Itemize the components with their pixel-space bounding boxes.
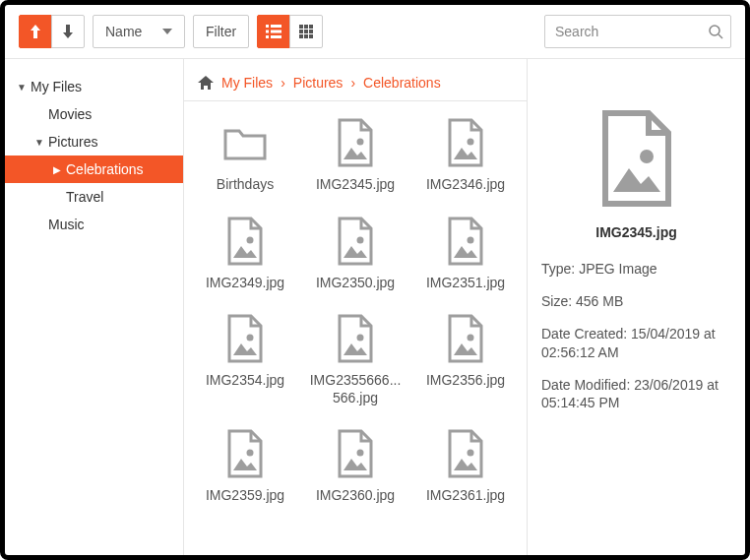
tree-item-celebrations[interactable]: ▶ Celebrations: [5, 156, 183, 183]
svg-point-28: [640, 150, 654, 163]
file-manager-window: Name Filter: [0, 0, 750, 560]
image-file-icon: [333, 115, 378, 170]
image-file-icon: [333, 311, 378, 366]
tree-label: Celebrations: [66, 161, 154, 177]
caret-right-icon: ▶: [48, 164, 66, 175]
svg-rect-4: [266, 35, 269, 38]
image-file-icon: [443, 214, 488, 269]
file-item[interactable]: IMG2351.jpg: [414, 214, 517, 292]
breadcrumb-item[interactable]: Pictures: [293, 75, 344, 91]
svg-point-24: [468, 335, 474, 342]
caret-down-icon: ▼: [31, 137, 48, 148]
svg-rect-3: [271, 31, 281, 33]
tree-label: Pictures: [48, 134, 108, 150]
svg-rect-9: [299, 30, 303, 33]
file-item[interactable]: IMG2360.jpg: [304, 426, 406, 505]
sort-direction-group: [19, 15, 85, 48]
chevron-down-icon: [162, 29, 172, 34]
svg-point-20: [357, 236, 364, 243]
file-item[interactable]: IMG2354.jpg: [194, 311, 296, 406]
file-item[interactable]: IMG2355666...566.jpg: [304, 311, 406, 406]
svg-rect-6: [299, 25, 303, 29]
tree-item-pictures[interactable]: ▼ Pictures: [5, 128, 183, 156]
svg-point-23: [357, 335, 364, 342]
tree-item-movies[interactable]: Movies: [5, 100, 183, 128]
arrow-up-icon: [30, 25, 41, 38]
view-list-button[interactable]: [257, 15, 290, 48]
caret-down-icon: ▼: [13, 82, 31, 93]
file-item[interactable]: IMG2346.jpg: [414, 115, 517, 194]
svg-rect-11: [309, 30, 313, 33]
svg-point-15: [710, 26, 719, 35]
file-name: IMG2350.jpg: [316, 275, 395, 292]
arrow-down-icon: [62, 25, 74, 38]
details-filename: IMG2345.jpg: [541, 224, 731, 240]
folder-item[interactable]: Birthdays: [194, 115, 296, 194]
tree-label: Music: [48, 217, 94, 232]
view-mode-group: [257, 15, 323, 48]
svg-rect-13: [304, 34, 308, 38]
details-type: Type: JPEG Image: [541, 260, 731, 279]
details-modified: Date Modified: 23/06/2019 at 05:14:45 PM: [541, 376, 731, 413]
preview-thumbnail: [593, 104, 681, 213]
sort-field-dropdown[interactable]: Name: [93, 15, 185, 48]
file-grid-scroll[interactable]: BirthdaysIMG2345.jpgIMG2346.jpgIMG2349.j…: [184, 101, 527, 555]
file-name: IMG2355666...566.jpg: [306, 372, 405, 406]
image-file-icon: [222, 426, 268, 481]
tree-label: Movies: [48, 106, 101, 122]
search-input[interactable]: [544, 15, 731, 48]
svg-rect-2: [266, 31, 269, 33]
breadcrumb-item[interactable]: Celebrations: [363, 75, 441, 91]
file-item[interactable]: IMG2349.jpg: [194, 214, 296, 292]
tree-item-music[interactable]: Music: [5, 211, 183, 238]
svg-rect-5: [271, 35, 281, 38]
file-name: IMG2346.jpg: [426, 176, 505, 194]
svg-line-16: [719, 34, 722, 38]
svg-rect-12: [299, 34, 303, 38]
chevron-right-icon: ›: [350, 75, 355, 91]
file-name: IMG2359.jpg: [206, 487, 284, 505]
search-icon: [708, 24, 723, 39]
sort-desc-button[interactable]: [51, 15, 85, 48]
sort-asc-button[interactable]: [19, 15, 52, 48]
svg-rect-0: [266, 25, 269, 28]
tree-item-travel[interactable]: Travel: [5, 183, 183, 211]
toolbar: Name Filter: [5, 5, 745, 59]
file-name: IMG2345.jpg: [316, 176, 395, 194]
file-name: Birthdays: [217, 176, 274, 194]
file-item[interactable]: IMG2359.jpg: [194, 426, 296, 505]
file-name: IMG2360.jpg: [316, 487, 395, 505]
file-item[interactable]: IMG2361.jpg: [414, 426, 517, 505]
sidebar: ▼ My Files Movies ▼ Pictures ▶ Celebrati…: [5, 59, 184, 555]
file-name: IMG2361.jpg: [426, 487, 505, 505]
breadcrumb-item[interactable]: My Files: [221, 75, 273, 91]
svg-point-25: [247, 450, 254, 457]
file-grid: BirthdaysIMG2345.jpgIMG2346.jpgIMG2349.j…: [194, 115, 517, 505]
file-name: IMG2351.jpg: [426, 275, 505, 292]
filter-button[interactable]: Filter: [193, 15, 249, 48]
svg-rect-8: [309, 25, 313, 29]
search-box: [544, 15, 731, 48]
tree-label: My Files: [31, 79, 92, 94]
details-panel: IMG2345.jpg Type: JPEG Image Size: 456 M…: [527, 59, 745, 555]
image-file-icon: [333, 426, 378, 481]
details-size: Size: 456 MB: [541, 292, 731, 311]
home-icon[interactable]: [198, 76, 214, 90]
svg-point-22: [247, 335, 254, 342]
image-file-icon: [443, 426, 488, 481]
file-item[interactable]: IMG2345.jpg: [304, 115, 406, 194]
svg-rect-14: [309, 34, 313, 38]
file-name: IMG2354.jpg: [206, 372, 284, 390]
details-created: Date Created: 15/04/2019 at 02:56:12 AM: [541, 325, 731, 362]
main: My Files › Pictures › Celebrations Birth…: [184, 59, 527, 555]
view-grid-button[interactable]: [289, 15, 323, 48]
file-name: IMG2349.jpg: [206, 275, 284, 292]
svg-point-17: [357, 139, 364, 146]
svg-rect-7: [304, 25, 308, 29]
svg-rect-10: [304, 30, 308, 33]
file-item[interactable]: IMG2350.jpg: [304, 214, 406, 292]
file-item[interactable]: IMG2356.jpg: [414, 311, 517, 406]
folder-icon: [222, 115, 268, 170]
breadcrumb: My Files › Pictures › Celebrations: [184, 59, 527, 101]
tree-item-myfiles[interactable]: ▼ My Files: [5, 73, 183, 100]
